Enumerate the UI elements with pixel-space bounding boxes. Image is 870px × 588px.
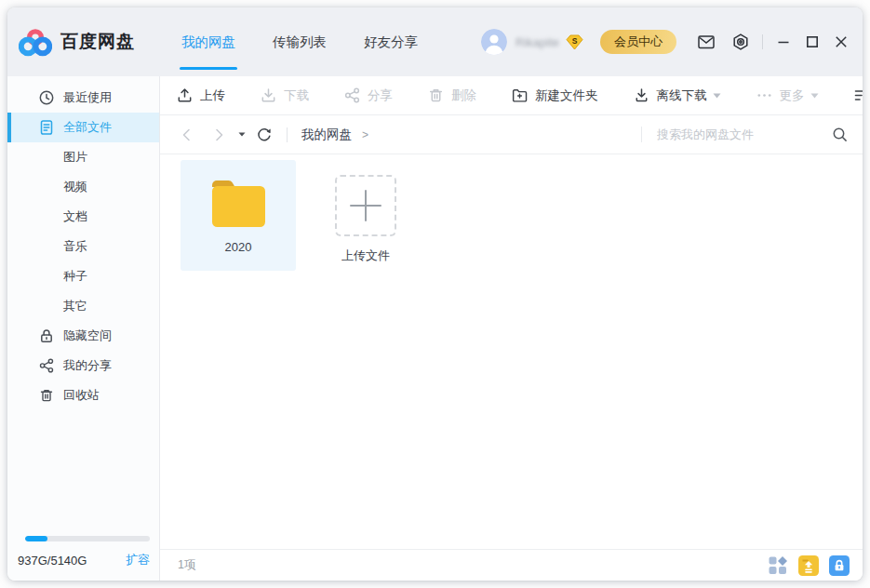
expand-storage-link[interactable]: 扩容 bbox=[126, 552, 150, 568]
storage-section: 937G/5140G 扩容 bbox=[7, 536, 159, 581]
upload-tile-label: 上传文件 bbox=[341, 247, 390, 264]
sidebar-item-torrents[interactable]: 种子 bbox=[7, 261, 159, 291]
mail-icon[interactable] bbox=[697, 33, 716, 51]
avatar[interactable] bbox=[481, 29, 507, 55]
share-nodes-icon bbox=[343, 87, 361, 104]
view-controls bbox=[853, 87, 863, 104]
search-icon[interactable] bbox=[832, 127, 848, 142]
search-input[interactable] bbox=[657, 127, 832, 141]
main-panel: 上传 下载 bbox=[160, 76, 863, 581]
vip-center-button[interactable]: 会员中心 bbox=[600, 30, 676, 54]
new-folder-icon bbox=[511, 87, 529, 104]
username[interactable]: Rikapite bbox=[515, 35, 559, 49]
delete-button[interactable]: 删除 bbox=[427, 87, 476, 104]
header-divider bbox=[762, 34, 763, 49]
new-folder-button[interactable]: 新建文件夹 bbox=[511, 87, 598, 104]
breadcrumb-separator: > bbox=[362, 128, 368, 141]
sidebar-item-label: 种子 bbox=[63, 268, 87, 285]
tab-transfer-list[interactable]: 传输列表 bbox=[271, 7, 328, 76]
minimize-button[interactable] bbox=[775, 33, 792, 50]
statusbar-icons bbox=[768, 555, 850, 576]
item-count: 1项 bbox=[178, 557, 195, 573]
offline-download-label: 离线下载 bbox=[657, 87, 707, 104]
sidebar-item-music[interactable]: 音乐 bbox=[7, 232, 159, 261]
sidebar-item-label: 全部文件 bbox=[63, 119, 112, 136]
header-icons bbox=[697, 33, 750, 51]
main-tabs: 我的网盘 传输列表 好友分享 bbox=[180, 7, 453, 76]
download-button[interactable]: 下载 bbox=[260, 87, 309, 104]
hidden-space-lock-icon[interactable] bbox=[829, 555, 850, 576]
app-title: 百度网盘 bbox=[60, 30, 135, 54]
sidebar-item-label: 隐藏空间 bbox=[63, 327, 112, 344]
sidebar-item-my-shares[interactable]: 我的分享 bbox=[7, 351, 159, 381]
download-icon bbox=[260, 87, 277, 104]
sidebar-item-others[interactable]: 其它 bbox=[7, 291, 159, 321]
share-label: 分享 bbox=[368, 87, 393, 104]
storage-usage-text: 937G/5140G bbox=[18, 554, 87, 568]
sidebar-item-label: 最近使用 bbox=[63, 89, 112, 106]
title-bar: 百度网盘 我的网盘 传输列表 好友分享 Rikapite S bbox=[7, 7, 863, 76]
new-folder-label: 新建文件夹 bbox=[535, 87, 598, 104]
sidebar-item-label: 文档 bbox=[63, 208, 87, 225]
download-label: 下载 bbox=[284, 87, 309, 104]
desktop-background: 百度网盘 我的网盘 传输列表 好友分享 Rikapite S bbox=[0, 0, 870, 588]
offline-download-button[interactable]: 离线下载 bbox=[633, 87, 721, 104]
more-button[interactable]: 更多 bbox=[756, 87, 819, 104]
sidebar-item-label: 回收站 bbox=[63, 387, 100, 404]
breadcrumb[interactable]: 我的网盘 bbox=[301, 127, 352, 143]
sidebar: 最近使用 全部文件 图片 视频 文档 音乐 bbox=[7, 76, 160, 581]
sidebar-item-recent[interactable]: 最近使用 bbox=[7, 83, 159, 113]
chevron-down-icon bbox=[810, 93, 819, 99]
history-dropdown-icon[interactable] bbox=[238, 132, 246, 137]
upload-file-tile[interactable]: 上传文件 bbox=[335, 175, 396, 264]
sidebar-item-label: 我的分享 bbox=[63, 357, 112, 374]
maximize-button[interactable] bbox=[804, 33, 821, 50]
forward-button[interactable] bbox=[210, 127, 227, 143]
upload-label: 上传 bbox=[200, 87, 225, 104]
user-area: Rikapite S 会员中心 bbox=[481, 29, 850, 55]
svip-badge-icon[interactable]: S bbox=[566, 34, 583, 50]
file-grid: 2020 上传文件 bbox=[160, 154, 863, 549]
sidebar-item-label: 其它 bbox=[63, 298, 87, 314]
sidebar-item-hidden-space[interactable]: 隐藏空间 bbox=[7, 321, 159, 351]
upload-button[interactable]: 上传 bbox=[176, 87, 225, 104]
folder-icon bbox=[209, 180, 268, 229]
refresh-icon[interactable] bbox=[256, 127, 273, 143]
svg-text:S: S bbox=[572, 35, 578, 45]
app-logo: 百度网盘 bbox=[19, 28, 135, 57]
search-box bbox=[641, 127, 848, 142]
navbar-divider bbox=[287, 127, 288, 142]
sidebar-item-label: 音乐 bbox=[63, 238, 87, 255]
more-dots-icon bbox=[756, 87, 773, 104]
delete-trash-icon bbox=[427, 87, 445, 104]
sidebar-spacer bbox=[7, 410, 159, 536]
mini-apps-grid-icon[interactable] bbox=[768, 555, 788, 576]
delete-label: 删除 bbox=[451, 87, 476, 104]
sidebar-item-recycle-bin[interactable]: 回收站 bbox=[7, 381, 159, 410]
status-bar: 1项 bbox=[160, 549, 863, 581]
window-controls bbox=[775, 33, 850, 50]
folder-item-2020[interactable]: 2020 bbox=[181, 160, 296, 271]
share-button[interactable]: 分享 bbox=[343, 87, 393, 104]
more-label: 更多 bbox=[780, 87, 805, 104]
tab-friend-share[interactable]: 好友分享 bbox=[362, 7, 420, 76]
offline-download-icon bbox=[633, 87, 650, 104]
sidebar-item-pictures[interactable]: 图片 bbox=[7, 142, 159, 172]
sidebar-item-all-files[interactable]: 全部文件 bbox=[7, 113, 159, 142]
sidebar-item-documents[interactable]: 文档 bbox=[7, 202, 159, 232]
share-icon bbox=[38, 357, 55, 374]
upload-transfer-icon[interactable] bbox=[798, 555, 819, 576]
close-button[interactable] bbox=[833, 33, 850, 50]
sidebar-item-label: 视频 bbox=[63, 179, 87, 195]
sidebar-item-label: 图片 bbox=[63, 149, 87, 166]
tab-my-drive[interactable]: 我的网盘 bbox=[180, 7, 237, 76]
plus-icon bbox=[348, 188, 383, 223]
chevron-down-icon bbox=[713, 93, 721, 99]
settings-gear-icon[interactable] bbox=[731, 33, 750, 51]
navigation-bar: 我的网盘 > bbox=[160, 115, 863, 154]
clock-icon bbox=[38, 89, 55, 106]
sidebar-item-videos[interactable]: 视频 bbox=[7, 172, 159, 202]
back-button[interactable] bbox=[179, 127, 195, 143]
document-icon bbox=[38, 119, 55, 136]
sort-icon[interactable] bbox=[853, 87, 863, 104]
